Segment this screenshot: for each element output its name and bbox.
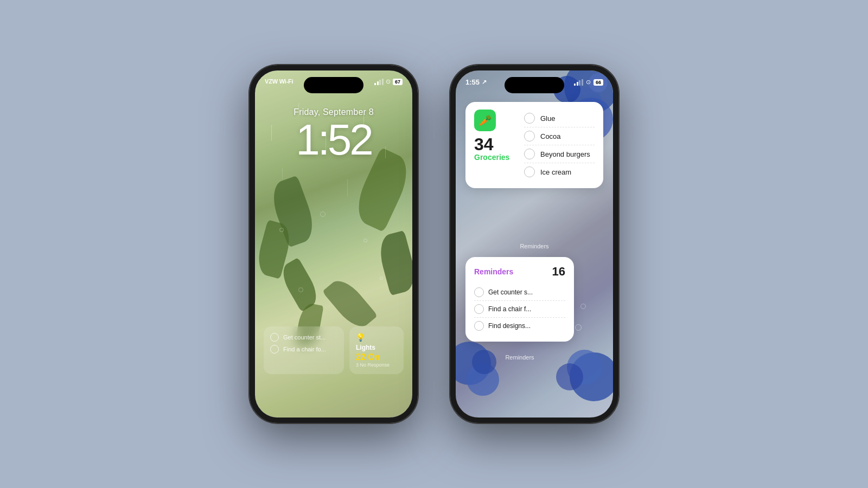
item-circle-1 — [524, 113, 535, 124]
time-text-2: 1:55 — [465, 78, 480, 86]
grocery-item-3: Beyond burgers — [524, 145, 595, 163]
item-name-2: Cocoa — [540, 132, 561, 140]
signal-bars-2 — [574, 79, 583, 86]
rem-circle-3 — [474, 321, 484, 331]
lock-reminders-widget[interactable]: Get counter st... Find a chair fo... — [264, 326, 344, 374]
phone-2-screen: 1:55 ↗ ⊙ 66 — [456, 70, 613, 418]
phone-2-background: 1:55 ↗ ⊙ 66 — [456, 70, 613, 418]
rem-text-1: Get counter s... — [488, 288, 533, 296]
rem-row-2: Find a chair f... — [474, 301, 565, 318]
grocery-app-icon: 🥕 — [474, 110, 496, 131]
phone-1-background: VZW Wi-Fi ⊙ 67 Friday, September 8 1:52 — [255, 70, 412, 418]
lock-reminder-item-1: Get counter st... — [270, 333, 337, 342]
homekit-on-count: 22 On — [356, 352, 397, 362]
grocery-item-1: Glue — [524, 110, 595, 127]
rem-row-1: Get counter s... — [474, 284, 565, 301]
reminder-text-1: Get counter st... — [283, 334, 326, 341]
reminders-count: 16 — [552, 265, 565, 279]
homekit-title: Lights — [356, 344, 397, 351]
status-right-2: ⊙ 66 — [574, 79, 603, 86]
phone-1-screen: VZW Wi-Fi ⊙ 67 Friday, September 8 1:52 — [255, 70, 412, 418]
grocery-widget[interactable]: 🥕 34 Groceries Glue — [465, 102, 603, 188]
rem-circle-1 — [474, 287, 484, 297]
phone-1: VZW Wi-Fi ⊙ 67 Friday, September 8 1:52 — [250, 65, 418, 423]
reminder-circle-1 — [270, 333, 279, 342]
signal-bars-1 — [374, 79, 384, 85]
status-bar-right-1: ⊙ 67 — [374, 78, 403, 85]
reminders-header: Reminders 16 — [474, 265, 565, 279]
lock-reminder-item-2: Find a chair fo... — [270, 345, 337, 354]
dynamic-island-1 — [304, 77, 363, 93]
status-carrier: VZW Wi-Fi — [265, 78, 293, 85]
grocery-widget-label: Reminders — [465, 243, 603, 249]
lock-homekit-widget[interactable]: 💡 Lights 22 On 3 No Response — [349, 326, 404, 374]
grocery-item-2: Cocoa — [524, 127, 595, 145]
grocery-label: Groceries — [474, 153, 509, 162]
battery-2: 66 — [593, 79, 603, 86]
rem-text-3: Find designs... — [488, 322, 531, 330]
rem-row-3: Find designs... — [474, 318, 565, 334]
item-name-3: Beyond burgers — [540, 150, 590, 158]
reminders-list: Get counter s... Find a chair f... Find … — [474, 284, 565, 334]
rem-text-2: Find a chair f... — [488, 305, 531, 313]
location-icon: ↗ — [482, 79, 487, 86]
wifi-icon-2: ⊙ — [586, 79, 591, 86]
item-name-4: Ice cream — [540, 168, 571, 176]
item-circle-2 — [524, 131, 535, 142]
reminders-widget-label: Reminders — [465, 354, 574, 361]
lock-time: 1:52 — [255, 118, 412, 162]
item-circle-4 — [524, 166, 535, 177]
item-name-1: Glue — [540, 114, 555, 123]
phone-wrapper: VZW Wi-Fi ⊙ 67 Friday, September 8 1:52 — [250, 65, 618, 423]
rem-circle-2 — [474, 304, 484, 314]
phone-2: 1:55 ↗ ⊙ 66 — [450, 65, 618, 423]
reminders-widget[interactable]: Reminders 16 Get counter s... Find a cha… — [465, 257, 574, 342]
grocery-item-4: Ice cream — [524, 163, 595, 181]
dynamic-island-2 — [505, 77, 564, 93]
homekit-icon: 💡 — [356, 333, 397, 342]
item-circle-3 — [524, 149, 535, 159]
reminder-circle-2 — [270, 345, 279, 354]
battery-1: 67 — [393, 79, 403, 85]
grocery-count: 34 — [474, 136, 509, 153]
lock-widgets: Get counter st... Find a chair fo... 💡 L… — [264, 326, 404, 374]
homekit-no-response: 3 No Response — [356, 362, 397, 368]
wifi-icon-1: ⊙ — [386, 78, 391, 85]
grocery-items-list: Glue Cocoa Beyond burgers — [524, 110, 595, 181]
reminders-title: Reminders — [474, 267, 513, 276]
reminder-text-2: Find a chair fo... — [283, 346, 326, 352]
grocery-icon-symbol: 🥕 — [478, 114, 492, 127]
status-time-2: 1:55 ↗ — [465, 78, 487, 86]
